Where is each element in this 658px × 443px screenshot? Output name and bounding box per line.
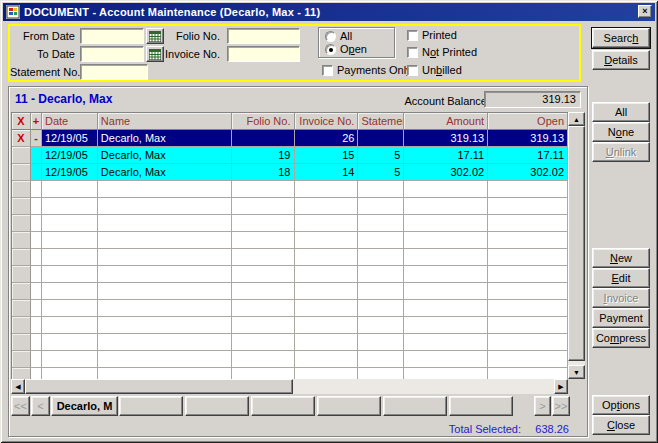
column-header-date[interactable]: Date (42, 113, 98, 130)
invoice-no-label: Invoice No. (140, 47, 220, 61)
cell-statement (358, 215, 404, 232)
checkbox-unbilled[interactable]: Unbilled (407, 64, 462, 78)
all-button[interactable]: All (592, 102, 650, 122)
checkbox-printed[interactable]: Printed (407, 29, 457, 43)
cell-statement (358, 198, 404, 215)
cell-folio (232, 317, 295, 334)
column-header-open[interactable]: Open (488, 113, 568, 130)
cell-x: X (12, 130, 31, 147)
cell-name (98, 215, 232, 232)
cell-date (42, 215, 98, 232)
column-header-folio[interactable]: Folio No. (232, 113, 295, 130)
invoice-no-input[interactable] (227, 46, 300, 62)
none-button[interactable]: None (592, 122, 650, 142)
cell-statement (358, 130, 404, 147)
table-row[interactable]: 12/19/05Decarlo, Max1915517.1117.11 (12, 147, 568, 164)
table-row-empty[interactable] (12, 215, 568, 232)
table-row[interactable]: 12/19/05Decarlo, Max18145302.02302.02 (12, 164, 568, 181)
cell-folio: 19 (232, 147, 295, 164)
radio-all[interactable]: All (325, 30, 352, 44)
cell-folio (232, 368, 295, 379)
cell-x (12, 317, 31, 334)
table-row-empty[interactable] (12, 198, 568, 215)
title-bar[interactable]: DOCUMENT - Account Maintenance (Decarlo,… (3, 3, 655, 21)
to-date-input[interactable] (80, 46, 144, 62)
checkbox-not-printed[interactable]: Not Printed (407, 46, 477, 60)
cell-name (98, 181, 232, 198)
cell-folio (232, 130, 295, 147)
cell-invoice (295, 300, 359, 317)
cell-statement (358, 249, 404, 266)
tab-empty-6[interactable] (449, 396, 513, 416)
close-button[interactable]: Close (592, 415, 650, 435)
cell-invoice (295, 198, 359, 215)
table-row-empty[interactable] (12, 266, 568, 283)
edit-button[interactable]: Edit (592, 268, 650, 288)
tab-empty-3[interactable] (251, 396, 315, 416)
tab-empty-5[interactable] (383, 396, 447, 416)
table-row-empty[interactable] (12, 232, 568, 249)
search-button[interactable]: Search (592, 28, 650, 48)
table-row-empty[interactable] (12, 181, 568, 198)
options-button[interactable]: Options (592, 395, 650, 415)
checkbox-payments-only[interactable]: Payments Only (322, 64, 412, 78)
scroll-left-icon[interactable]: ◀ (11, 379, 25, 394)
unlink-button: Unlink (592, 142, 650, 162)
cell-open (488, 351, 568, 368)
details-button[interactable]: Details (592, 50, 650, 70)
table-row-empty[interactable] (12, 317, 568, 334)
cell-open: 17.11 (488, 147, 568, 164)
scroll-down-icon[interactable]: ▼ (568, 365, 585, 379)
close-icon[interactable]: × (638, 5, 652, 18)
cell-statement (358, 317, 404, 334)
payment-button[interactable]: Payment (592, 308, 650, 328)
vertical-scrollbar-thumb[interactable] (568, 126, 585, 361)
compress-button[interactable]: Compress (592, 328, 650, 348)
horizontal-scrollbar-thumb[interactable] (25, 379, 293, 394)
column-header-amount[interactable]: Amount (404, 113, 488, 130)
column-header-x[interactable]: X (12, 113, 31, 130)
cell-name (98, 198, 232, 215)
cell-invoice (295, 249, 359, 266)
table-row-empty[interactable] (12, 351, 568, 368)
tab-prev-button[interactable]: < (31, 396, 50, 416)
radio-open[interactable]: Open (325, 43, 367, 57)
folio-no-input[interactable] (227, 28, 300, 44)
tab-decarlo[interactable]: Decarlo, M (51, 396, 118, 416)
table-row-empty[interactable] (12, 300, 568, 317)
tab-first-button[interactable]: << (11, 396, 30, 416)
tab-last-button[interactable]: >> (552, 396, 570, 416)
horizontal-scrollbar[interactable]: ◀ ▶ (11, 379, 568, 394)
vertical-scrollbar[interactable]: ▲ ▼ (568, 112, 585, 379)
cell-invoice: 14 (295, 164, 359, 181)
table-row-empty[interactable] (12, 368, 568, 379)
column-header-statement[interactable]: Statement (358, 113, 404, 130)
column-header-invoice[interactable]: Invoice No. (295, 113, 359, 130)
scroll-up-icon[interactable]: ▲ (568, 112, 585, 126)
tab-empty-1[interactable] (119, 396, 183, 416)
radio-open-label: Open (340, 43, 367, 55)
cell-open (488, 249, 568, 266)
tab-next-button[interactable]: > (534, 396, 551, 416)
tab-empty-4[interactable] (317, 396, 381, 416)
app-icon (6, 5, 20, 19)
folio-no-label: Folio No. (140, 29, 220, 43)
from-date-input[interactable] (80, 28, 144, 44)
column-header-expand[interactable]: + (31, 113, 42, 130)
account-balance-label: Account Balance (404, 94, 487, 108)
cell-date (42, 300, 98, 317)
statement-no-input[interactable] (80, 64, 148, 80)
checkbox-icon (407, 47, 418, 58)
table-row-empty[interactable] (12, 334, 568, 351)
cell-x (12, 368, 31, 379)
table-row-empty[interactable] (12, 283, 568, 300)
scroll-right-icon[interactable]: ▶ (554, 379, 568, 394)
table-row[interactable]: X-12/19/05Decarlo, Max26319.13319.13 (12, 130, 568, 147)
new-button[interactable]: New (592, 248, 650, 268)
table-row-empty[interactable] (12, 249, 568, 266)
tab-empty-2[interactable] (185, 396, 249, 416)
from-date-label: From Date (10, 29, 75, 43)
cell-name (98, 283, 232, 300)
cell-statement (358, 300, 404, 317)
column-header-name[interactable]: Name (98, 113, 232, 130)
